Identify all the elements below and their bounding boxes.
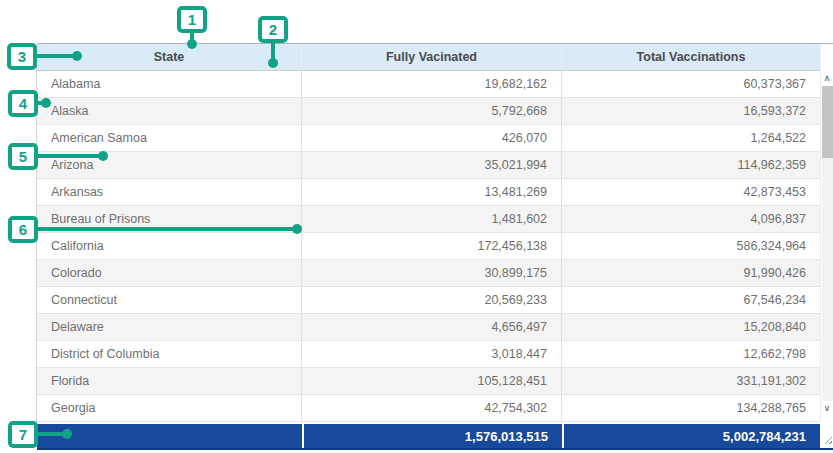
cell-total-vaccinations: 114,962,359 xyxy=(562,152,820,178)
callout-5: 5 xyxy=(8,143,38,170)
callout-7: 7 xyxy=(8,421,38,448)
callout-5-dot xyxy=(98,151,108,161)
cell-fully-vaccinated: 42,754,302 xyxy=(302,395,562,421)
attribute-table: State Fully Vacinated Total Vaccinations… xyxy=(37,44,820,422)
table-row[interactable]: American Samoa 426,070 1,264,522 xyxy=(37,125,820,152)
callout-2: 2 xyxy=(258,16,288,43)
cell-total-vaccinations: 331,191,302 xyxy=(562,368,820,394)
cell-fully-vaccinated: 19,682,162 xyxy=(302,71,562,97)
table-row[interactable]: Delaware 4,656,497 15,208,840 xyxy=(37,314,820,341)
summary-cell-total-vaccinations: 5,002,784,231 xyxy=(564,424,820,448)
cell-total-vaccinations: 15,208,840 xyxy=(562,314,820,340)
table-row[interactable]: Colorado 30,899,175 91,990,426 xyxy=(37,260,820,287)
cell-total-vaccinations: 67,546,234 xyxy=(562,287,820,313)
cell-fully-vaccinated: 13,481,269 xyxy=(302,179,562,205)
cell-fully-vaccinated: 35,021,994 xyxy=(302,152,562,178)
summary-cell-fully-vaccinated: 1,576,013,515 xyxy=(304,424,562,448)
cell-state: Georgia xyxy=(37,395,302,421)
cell-state: Colorado xyxy=(37,260,302,286)
scroll-down-icon[interactable]: ∨ xyxy=(821,401,833,415)
cell-state: Arkansas xyxy=(37,179,302,205)
table-row[interactable]: Arkansas 13,481,269 42,873,453 xyxy=(37,179,820,206)
callout-5-line xyxy=(36,154,106,158)
cell-state: Connecticut xyxy=(37,287,302,313)
column-header-fully-vaccinated[interactable]: Fully Vacinated xyxy=(302,44,562,70)
scrollbar-thumb[interactable] xyxy=(822,86,833,158)
summary-statistics-row: 1,576,013,515 5,002,784,231 xyxy=(37,424,820,448)
cell-state: California xyxy=(37,233,302,259)
cell-state: Alabama xyxy=(37,71,302,97)
table-row[interactable]: District of Columbia 3,018,447 12,662,79… xyxy=(37,341,820,368)
table-header-row: State Fully Vacinated Total Vaccinations xyxy=(37,44,820,71)
callout-6-dot xyxy=(292,224,302,234)
table-row[interactable]: California 172,456,138 586,324,964 xyxy=(37,233,820,260)
cell-state: District of Columbia xyxy=(37,341,302,367)
table-body: Alabama 19,682,162 60,373,367 Alaska 5,7… xyxy=(37,71,820,422)
cell-fully-vaccinated: 172,456,138 xyxy=(302,233,562,259)
callout-3: 3 xyxy=(7,43,37,70)
table-row[interactable]: Florida 105,128,451 331,191,302 xyxy=(37,368,820,395)
cell-fully-vaccinated: 5,792,668 xyxy=(302,98,562,124)
cell-total-vaccinations: 4,096,837 xyxy=(562,206,820,232)
callout-1-dot xyxy=(187,39,197,49)
table-row[interactable]: Arizona 35,021,994 114,962,359 xyxy=(37,152,820,179)
cell-state: Delaware xyxy=(37,314,302,340)
cell-total-vaccinations: 1,264,522 xyxy=(562,125,820,151)
cell-fully-vaccinated: 20,569,233 xyxy=(302,287,562,313)
vertical-scrollbar[interactable]: ∧ ∨ xyxy=(820,44,833,422)
cell-fully-vaccinated: 30,899,175 xyxy=(302,260,562,286)
cell-state: Alaska xyxy=(37,98,302,124)
cell-total-vaccinations: 16,593,372 xyxy=(562,98,820,124)
cell-total-vaccinations: 586,324,964 xyxy=(562,233,820,259)
summary-cell-state xyxy=(37,424,302,448)
callout-1: 1 xyxy=(177,6,207,33)
callout-4-dot xyxy=(41,98,51,108)
callout-6: 6 xyxy=(8,216,38,243)
scrollbar-track[interactable] xyxy=(822,86,833,401)
scroll-up-icon[interactable]: ∧ xyxy=(821,71,833,85)
resize-grip-icon xyxy=(824,436,832,444)
cell-total-vaccinations: 60,373,367 xyxy=(562,71,820,97)
callout-7-dot xyxy=(62,429,72,439)
cell-total-vaccinations: 12,662,798 xyxy=(562,341,820,367)
cell-fully-vaccinated: 105,128,451 xyxy=(302,368,562,394)
cell-state: American Samoa xyxy=(37,125,302,151)
cell-fully-vaccinated: 1,481,602 xyxy=(302,206,562,232)
cell-fully-vaccinated: 426,070 xyxy=(302,125,562,151)
cell-total-vaccinations: 91,990,426 xyxy=(562,260,820,286)
cell-total-vaccinations: 134,288,765 xyxy=(562,395,820,421)
table-row[interactable]: Connecticut 20,569,233 67,546,234 xyxy=(37,287,820,314)
cell-state: Florida xyxy=(37,368,302,394)
callout-2-dot xyxy=(268,58,278,68)
cell-fully-vaccinated: 3,018,447 xyxy=(302,341,562,367)
cell-fully-vaccinated: 4,656,497 xyxy=(302,314,562,340)
table-widget-screenshot: State Fully Vacinated Total Vaccinations… xyxy=(0,0,833,453)
table-row[interactable]: Alabama 19,682,162 60,373,367 xyxy=(37,71,820,98)
table-row[interactable]: Georgia 42,754,302 134,288,765 xyxy=(37,395,820,422)
column-header-total-vaccinations[interactable]: Total Vaccinations xyxy=(562,44,820,70)
callout-6-line xyxy=(35,227,300,231)
cell-total-vaccinations: 42,873,453 xyxy=(562,179,820,205)
callout-3-dot xyxy=(72,51,82,61)
summary-bottom-border xyxy=(37,448,833,450)
callout-4: 4 xyxy=(8,90,38,117)
table-row[interactable]: Alaska 5,792,668 16,593,372 xyxy=(37,98,820,125)
